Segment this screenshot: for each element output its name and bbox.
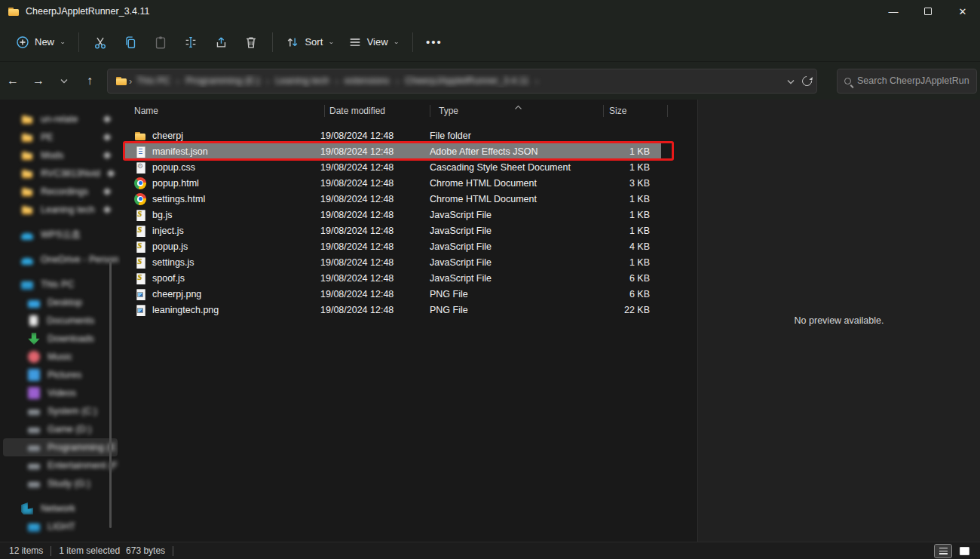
column-divider[interactable] — [667, 105, 668, 117]
file-row-bg-js[interactable]: bg.js19/08/2024 12:48JavaScript File1 KB — [125, 207, 661, 223]
sidebar-item-network[interactable]: Network — [3, 499, 118, 518]
column-divider[interactable] — [324, 105, 325, 117]
details-view-icon — [939, 548, 948, 554]
sidebar-item-desktop[interactable]: Desktop — [3, 293, 118, 312]
file-row-cheerpj[interactable]: cheerpj19/08/2024 12:48File folder — [125, 127, 661, 143]
rename-button[interactable] — [176, 29, 206, 56]
close-button[interactable]: ✕ — [945, 0, 980, 23]
file-row-spoof-js[interactable]: spoof.js19/08/2024 12:48JavaScript File6… — [125, 270, 661, 286]
more-options-button[interactable]: ••• — [419, 29, 449, 56]
sidebar-item-recordings[interactable]: Recordings — [3, 183, 118, 201]
js-file-icon — [134, 241, 146, 253]
file-date-modified: 19/08/2024 12:48 — [315, 194, 421, 204]
share-button[interactable] — [206, 29, 236, 56]
file-name: popup.html — [152, 178, 199, 189]
sidebar-item-programming-e[interactable]: Programming (E — [3, 438, 118, 456]
sidebar-item-downloads[interactable]: Downloads — [3, 330, 118, 348]
file-row-popup-css[interactable]: popup.css19/08/2024 12:48Cascading Style… — [125, 159, 661, 175]
forward-button[interactable]: → — [26, 68, 51, 94]
file-row-settings-html[interactable]: settings.html19/08/2024 12:48Chrome HTML… — [125, 191, 661, 207]
column-header-date-modified[interactable]: Date modified — [324, 106, 430, 116]
folder-icon — [115, 75, 127, 87]
breadcrumb-item[interactable]: CheerpJAppletRunner_3.4.11 — [402, 74, 531, 88]
sidebar-item-un-relate[interactable]: un-relate — [3, 110, 118, 128]
sidebar-item-entertainment-f[interactable]: Entertainment (F — [3, 456, 118, 475]
view-button[interactable]: View ⌄ — [341, 29, 406, 56]
file-row-manifest-json[interactable]: manifest.json19/08/2024 12:48Adobe After… — [125, 143, 661, 159]
desktop-icon — [28, 300, 40, 308]
sidebar-item-mods[interactable]: Mods — [3, 146, 118, 164]
file-row-cheerpj-png[interactable]: cheerpj.png19/08/2024 12:48PNG File6 KB — [125, 286, 661, 302]
delete-button[interactable] — [236, 29, 266, 56]
sidebar-item-videos[interactable]: Videos — [3, 384, 118, 402]
breadcrumb-item[interactable]: This PC — [133, 74, 173, 88]
breadcrumb: This PC›Programming (E:)›Leaning tech›ex… — [133, 74, 787, 88]
sidebar-item-pictures[interactable]: Pictures — [3, 366, 118, 384]
column-divider[interactable] — [603, 105, 604, 117]
sort-button[interactable]: Sort ⌄ — [279, 29, 341, 56]
minimize-button[interactable]: — — [876, 0, 911, 23]
sidebar-item-system-c-[interactable]: System (C:) — [3, 402, 118, 420]
sort-ascending-caret-icon — [514, 100, 522, 113]
sidebar-item-leaning-tech[interactable]: Leaning tech — [3, 201, 118, 219]
sidebar-item-onedrive-person[interactable]: OneDrive - Person — [3, 250, 118, 269]
js-file-icon — [134, 272, 146, 284]
list-header: Name Date modified Type Size — [121, 100, 697, 122]
file-row-leaningtech-png[interactable]: leaningtech.png19/08/2024 12:48PNG File2… — [125, 302, 661, 318]
trash-icon — [243, 35, 259, 50]
toolbar-separator — [78, 32, 79, 52]
file-row-popup-js[interactable]: popup.js19/08/2024 12:48JavaScript File4… — [125, 238, 661, 254]
file-size: 1 KB — [594, 257, 652, 268]
toolbar: New ⌄ Sort ⌄ View ⌄ — [0, 23, 980, 62]
sidebar-item-game-d-[interactable]: Game (D:) — [3, 420, 118, 438]
sidebar-item-label: Game (D:) — [47, 424, 91, 435]
new-button[interactable]: New ⌄ — [9, 29, 72, 56]
file-date-modified: 19/08/2024 12:48 — [315, 178, 421, 189]
file-row-inject-js[interactable]: inject.js19/08/2024 12:48JavaScript File… — [125, 223, 661, 238]
sidebar-scrollbar[interactable] — [109, 260, 112, 528]
cut-button[interactable] — [85, 29, 115, 56]
file-row-settings-js[interactable]: settings.js19/08/2024 12:48JavaScript Fi… — [125, 254, 661, 270]
sidebar-item-this-pc[interactable]: This PC — [3, 275, 118, 293]
file-row-popup-html[interactable]: popup.html19/08/2024 12:48Chrome HTML Do… — [125, 175, 661, 191]
sidebar-item-rvc3813nvid[interactable]: RVC3813Nvid — [3, 164, 118, 183]
back-button[interactable]: ← — [0, 68, 26, 94]
large-thumbnails-view-button[interactable] — [956, 545, 972, 557]
up-button[interactable]: ↑ — [77, 68, 103, 94]
sidebar-item-light[interactable]: LIGHT — [3, 518, 118, 536]
column-header-size[interactable]: Size — [603, 106, 667, 116]
pin-icon — [103, 187, 111, 195]
refresh-icon[interactable] — [800, 74, 813, 88]
recent-locations-chevron[interactable] — [51, 68, 77, 94]
breadcrumb-item[interactable]: Programming (E:) — [182, 74, 263, 88]
sidebar-item-documents[interactable]: Documents — [3, 312, 118, 330]
folder-icon — [21, 167, 33, 180]
breadcrumb-item[interactable]: Leaning tech — [272, 74, 332, 88]
address-bar[interactable]: › This PC›Programming (E:)›Leaning tech›… — [107, 69, 817, 94]
file-date-modified: 19/08/2024 12:48 — [315, 210, 421, 220]
address-row: ← → ↑ › This PC›Programming (E:)›Leaning… — [0, 62, 980, 100]
breadcrumb-separator: › — [175, 75, 181, 87]
sidebar-item-wps-[interactable]: WPS云盘 — [3, 226, 118, 244]
address-dropdown-chevron[interactable] — [787, 74, 795, 88]
window-title: CheerpJAppletRunner_3.4.11 — [26, 6, 149, 17]
sidebar-item-pe[interactable]: PE — [3, 128, 118, 146]
drive-icon — [28, 410, 40, 416]
sidebar-item-study-g-[interactable]: Study (G:) — [3, 475, 118, 493]
column-header-name[interactable]: Name — [121, 106, 324, 116]
sidebar-item-music[interactable]: Music — [3, 348, 118, 366]
search-icon — [844, 78, 851, 84]
music-icon — [28, 351, 40, 363]
column-divider[interactable] — [430, 105, 430, 117]
file-date-modified: 19/08/2024 12:48 — [315, 241, 421, 252]
search-input[interactable] — [857, 75, 969, 86]
breadcrumb-item[interactable]: extensions — [341, 74, 393, 88]
maximize-button[interactable] — [911, 0, 945, 23]
paste-button[interactable] — [145, 29, 176, 56]
details-view-button[interactable] — [935, 545, 951, 557]
sidebar-item-label: Documents — [47, 315, 94, 326]
copy-button[interactable] — [115, 29, 145, 56]
copy-icon — [123, 35, 138, 50]
search-box[interactable] — [837, 69, 977, 94]
drive-icon — [28, 464, 40, 470]
